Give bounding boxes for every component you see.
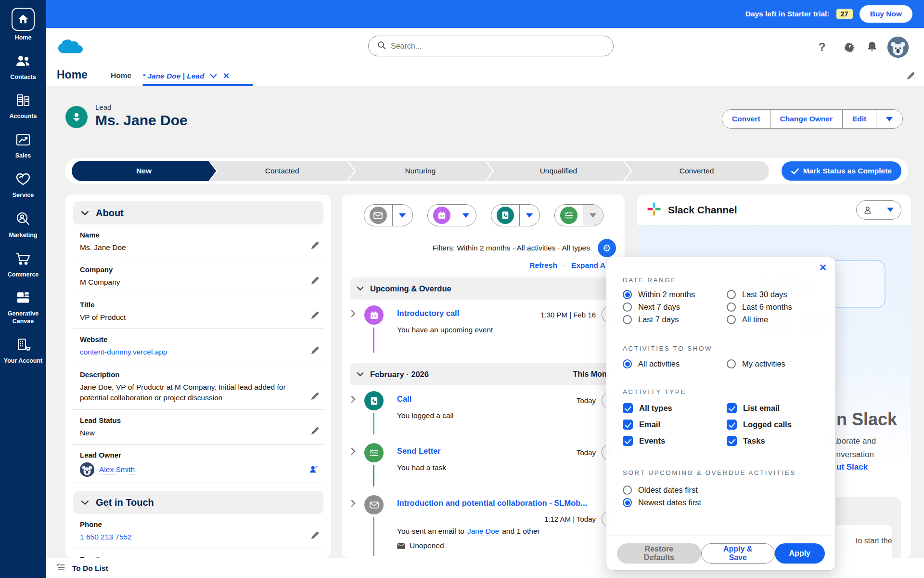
record-actions: Convert Change Owner Edit (722, 109, 903, 129)
restore-defaults-button[interactable]: Restore Defaults (617, 543, 701, 564)
todo-list-label[interactable]: To Do List (72, 564, 108, 573)
more-actions-dropdown[interactable] (876, 110, 902, 128)
radio-next-7-days[interactable]: Next 7 days (623, 302, 727, 312)
expand-all-link[interactable]: Expand A (571, 261, 605, 270)
task-dropdown[interactable] (583, 205, 603, 226)
timeline-section-upcoming[interactable]: Upcoming & Overdue (350, 277, 617, 300)
buy-now-button[interactable]: Buy Now (860, 5, 912, 23)
checkbox-tasks[interactable]: Tasks (727, 436, 824, 446)
person-icon[interactable] (857, 201, 879, 219)
radio-within-2-months[interactable]: Within 2 months (623, 290, 727, 299)
new-event-action[interactable] (428, 205, 456, 226)
slack-about-link-fragment[interactable]: ut Slack (836, 462, 868, 472)
tab-record[interactable]: * Jane Doe | Lead ✕ (142, 71, 230, 80)
setup-gear-icon[interactable] (841, 39, 857, 55)
path-stage-nurturing[interactable]: Nurturing (348, 161, 492, 181)
edit-pencil-icon[interactable] (310, 276, 320, 287)
apply-button[interactable]: Apply (775, 543, 825, 564)
tab-close-icon[interactable]: ✕ (223, 71, 229, 80)
timeline-section-february[interactable]: February · 2026 This Mont (350, 363, 617, 385)
sidebar-item-generative-canvas[interactable]: Generative Canvas (2, 290, 44, 325)
sidebar-item-service[interactable]: Service (2, 172, 44, 199)
sidebar-item-sales[interactable]: Sales (2, 132, 44, 160)
radio-last-30-days[interactable]: Last 30 days (727, 290, 824, 299)
recipient-link[interactable]: Jane Doe (467, 527, 499, 536)
expand-chevron-icon[interactable] (351, 447, 356, 457)
email-dropdown[interactable] (392, 205, 412, 226)
edit-pencil-icon[interactable] (310, 392, 320, 403)
radio-all-time[interactable]: All time (727, 315, 824, 324)
sidebar-item-commerce[interactable]: Commerce (2, 251, 44, 279)
edit-pencil-icon[interactable] (310, 311, 320, 322)
chevron-down-icon (81, 210, 89, 216)
radio-last-7-days[interactable]: Last 7 days (623, 315, 727, 324)
tab-dropdown-chevron-icon[interactable] (210, 72, 217, 80)
checkbox-events[interactable]: Events (623, 436, 727, 446)
refresh-link[interactable]: Refresh (529, 261, 557, 270)
owner-link[interactable]: Alex Smith (99, 465, 135, 474)
slack-dropdown[interactable] (879, 201, 901, 219)
sidebar-item-accounts[interactable]: Accounts (2, 93, 44, 120)
path-stage-unqualified[interactable]: Unqualified (486, 161, 630, 181)
sidebar-item-your-account[interactable]: Your Account (2, 338, 44, 365)
timeline-connector (373, 328, 374, 353)
notifications-bell-icon[interactable] (864, 39, 880, 55)
activity-filters-gear-icon[interactable]: ⚙ (598, 239, 616, 257)
timeline-item-title[interactable]: Introduction and potential collaboration… (397, 499, 587, 508)
sidebar-item-contacts[interactable]: Contacts (2, 54, 44, 81)
edit-button[interactable]: Edit (842, 110, 876, 128)
global-search[interactable] (368, 36, 614, 56)
change-owner-icon[interactable] (309, 464, 319, 476)
active-tab-underline (142, 84, 253, 86)
expand-chevron-icon[interactable] (351, 395, 356, 405)
radio-my-activities[interactable]: My activities (727, 359, 824, 368)
radio-newest-first[interactable]: Newest dates first (623, 498, 824, 507)
edit-pencil-icon[interactable] (310, 531, 320, 542)
timeline-item-title[interactable]: Call (397, 394, 411, 404)
sidebar-item-marketing[interactable]: Marketing (2, 211, 44, 239)
edit-pencil-icon[interactable] (310, 426, 320, 437)
search-input[interactable] (391, 42, 593, 51)
edit-pencil-icon[interactable] (310, 241, 320, 252)
get-in-touch-section-header[interactable]: Get in Touch (73, 491, 323, 514)
checkbox-list-email[interactable]: List email (727, 403, 824, 413)
radio-last-6-months[interactable]: Last 6 months (727, 302, 824, 312)
radio-all-activities[interactable]: All activities (623, 359, 727, 368)
path-stage-contacted[interactable]: Contacted (210, 161, 354, 181)
event-dropdown[interactable] (456, 205, 476, 226)
expand-chevron-icon[interactable] (351, 499, 356, 509)
popup-close-icon[interactable]: ✕ (819, 262, 827, 273)
edit-pencil-icon[interactable] (310, 346, 320, 357)
timeline-item-title[interactable]: Introductory call (397, 309, 459, 318)
field-lead-status: Lead Status New (73, 410, 323, 445)
call-dropdown[interactable] (519, 205, 539, 226)
timeline-item-desc-suffix: and 1 other (502, 527, 539, 536)
expand-chevron-icon[interactable] (351, 310, 356, 319)
convert-button[interactable]: Convert (722, 110, 770, 128)
phone-link[interactable]: 1 650 213 7552 (80, 532, 304, 542)
radio-oldest-first[interactable]: Oldest dates first (623, 486, 824, 495)
chevron-down-icon (357, 372, 364, 377)
page-edit-pencil-icon[interactable] (906, 71, 915, 82)
timeline-section-right-label: This Mont (573, 370, 609, 379)
about-section-header[interactable]: About (73, 201, 323, 224)
checkbox-email[interactable]: Email (623, 420, 727, 430)
sidebar-item-home[interactable]: Home (2, 8, 44, 42)
search-icon (377, 41, 386, 52)
timeline-item-title[interactable]: Send Letter (397, 447, 441, 456)
checkbox-all-types[interactable]: All types (623, 403, 727, 413)
log-call-action[interactable] (491, 205, 519, 226)
checkbox-icon (727, 420, 737, 430)
email-action[interactable] (364, 205, 392, 226)
tab-home[interactable]: Home (111, 71, 131, 80)
apply-and-save-button[interactable]: Apply & Save (701, 543, 775, 564)
checkbox-logged-calls[interactable]: Logged calls (727, 420, 824, 430)
path-stage-new[interactable]: New (72, 161, 216, 181)
new-task-action[interactable] (555, 205, 583, 226)
help-icon[interactable]: ? (814, 39, 830, 55)
path-stage-converted[interactable]: Converted (625, 161, 769, 181)
user-avatar[interactable] (887, 37, 909, 58)
website-link[interactable]: content-dummy.vercel.app (80, 347, 304, 357)
change-owner-button[interactable]: Change Owner (770, 110, 842, 128)
mark-status-complete-button[interactable]: Mark Status as Complete (782, 161, 901, 181)
